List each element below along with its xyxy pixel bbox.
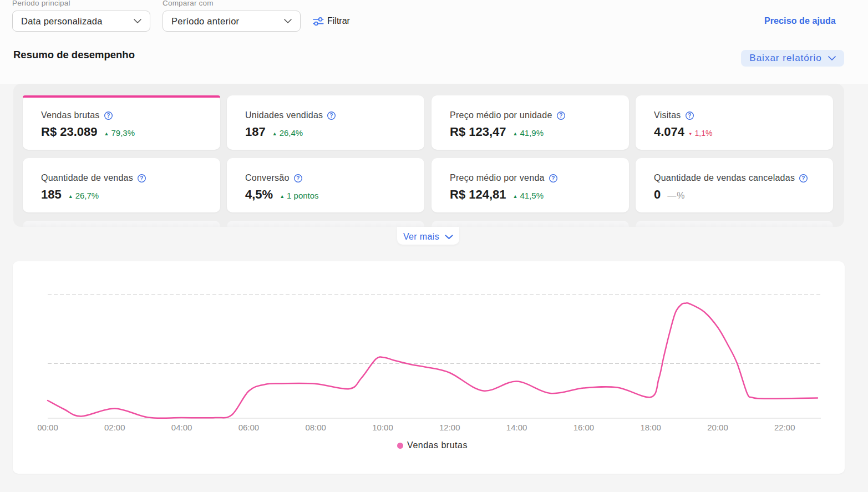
svg-text:?: ? <box>106 113 110 119</box>
svg-text:12:00: 12:00 <box>439 423 460 432</box>
svg-text:08:00: 08:00 <box>305 423 326 432</box>
svg-text:02:00: 02:00 <box>104 423 125 432</box>
svg-text:?: ? <box>801 175 805 181</box>
svg-text:?: ? <box>559 113 562 119</box>
svg-text:14:00: 14:00 <box>506 423 527 432</box>
svg-text:?: ? <box>296 175 300 181</box>
svg-text:22:00: 22:00 <box>774 423 795 432</box>
svg-text:16:00: 16:00 <box>573 423 595 432</box>
svg-text:04:00: 04:00 <box>171 423 192 432</box>
svg-text:20:00: 20:00 <box>707 423 728 432</box>
svg-text:?: ? <box>330 113 333 119</box>
svg-text:18:00: 18:00 <box>640 423 661 432</box>
svg-text:?: ? <box>551 175 555 181</box>
svg-text:?: ? <box>688 113 691 119</box>
svg-text:10:00: 10:00 <box>372 423 393 432</box>
svg-text:?: ? <box>140 175 143 181</box>
svg-text:06:00: 06:00 <box>238 423 260 432</box>
svg-text:00:00: 00:00 <box>37 423 58 432</box>
